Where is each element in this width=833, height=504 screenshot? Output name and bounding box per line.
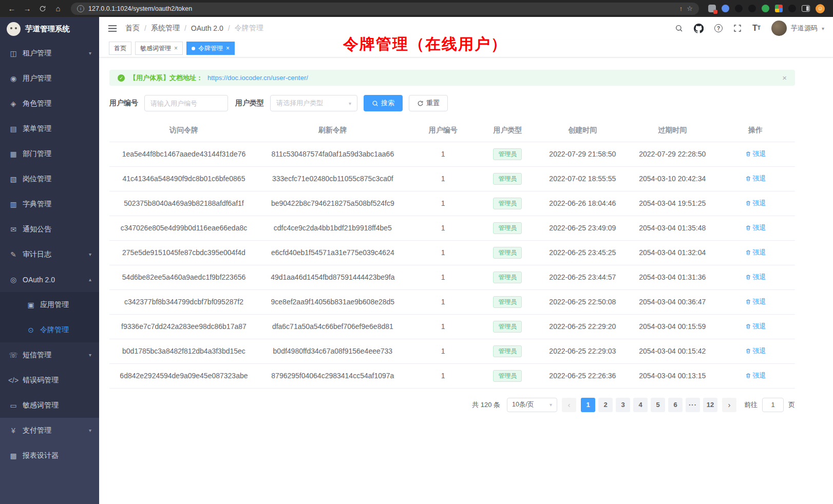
user-type-tag: 管理员 — [493, 272, 522, 283]
tab-sensitive-word[interactable]: 敏感词管理 × — [135, 42, 183, 55]
tab-home[interactable]: 首页 — [109, 42, 131, 55]
alert-close-icon[interactable]: × — [782, 73, 787, 82]
user-type-cell: 管理员 — [479, 142, 537, 166]
sidebar-item-role[interactable]: ◈ 角色管理 — [0, 91, 99, 116]
extension-dark-icon-3[interactable] — [788, 5, 796, 12]
sidebar-item-post[interactable]: ▧ 岗位管理 — [0, 166, 99, 191]
col-user-id: 用户编号 — [407, 120, 479, 142]
address-bar[interactable]: i 127.0.0.1:1024/system/oauth2/token ↑ ☆ — [71, 3, 699, 15]
breadcrumb-oauth2[interactable]: OAuth 2.0 — [191, 24, 223, 32]
browser-profile-avatar[interactable]: ☺ — [816, 4, 825, 13]
sidebar-item-report-designer[interactable]: ▩ 报表设计器 — [0, 443, 99, 468]
github-icon[interactable] — [694, 24, 704, 33]
force-logout-button[interactable]: 强退 — [745, 248, 766, 257]
force-logout-button[interactable]: 强退 — [745, 223, 766, 232]
user-type-cell: 管理员 — [479, 265, 537, 289]
extension-blue-icon[interactable] — [722, 5, 729, 12]
sidebar-item-dict[interactable]: ▥ 字典管理 — [0, 191, 99, 217]
col-user-type: 用户类型 — [479, 120, 537, 142]
extension-dark-icon-1[interactable] — [735, 5, 743, 12]
reset-button-label: 重置 — [426, 99, 440, 108]
sidebar-item-user[interactable]: ◉ 用户管理 — [0, 66, 99, 91]
doc-alert: ✓ 【用户体系】文档地址： https://doc.iocoder.cn/use… — [109, 70, 795, 86]
help-icon[interactable]: ? — [714, 24, 723, 32]
search-icon[interactable] — [675, 24, 683, 32]
reset-button[interactable]: 重置 — [409, 95, 448, 111]
force-logout-button[interactable]: 强退 — [745, 174, 766, 183]
sidebar-item-oauth2-token[interactable]: ⊙ 令牌管理 — [0, 317, 99, 342]
force-logout-button[interactable]: 强退 — [745, 199, 766, 208]
side-panel-icon[interactable] — [802, 5, 810, 12]
breadcrumb-system[interactable]: 系统管理 — [151, 24, 180, 33]
page-size-select[interactable]: 10条/页 ▾ — [507, 398, 557, 412]
user-menu[interactable]: 芋道源码 ▾ — [771, 21, 824, 36]
force-logout-button[interactable]: 强退 — [745, 346, 766, 356]
created-time-cell: 2022-06-25 22:50:08 — [536, 289, 629, 314]
reload-icon[interactable] — [36, 2, 49, 15]
share-icon[interactable]: ↑ — [679, 5, 683, 12]
sidebar-item-oauth2[interactable]: ◎ OAuth 2.0 ▴ — [0, 267, 99, 292]
force-logout-button[interactable]: 强退 — [745, 149, 766, 159]
page-button[interactable]: 6 — [668, 398, 683, 412]
created-time-cell: 2022-06-25 23:49:09 — [536, 216, 629, 240]
sidebar-item-error-code[interactable]: </> 错误码管理 — [0, 367, 99, 393]
back-icon[interactable]: ← — [5, 2, 18, 15]
refresh-token-cell: dfa6c71a50a54c66bef706ef9e6e8d81 — [258, 314, 407, 339]
sidebar-item-tenant[interactable]: ◫ 租户管理 ▾ — [0, 41, 99, 66]
extension-dark-icon-2[interactable] — [748, 5, 756, 12]
page-ellipsis-button[interactable]: ··· — [686, 398, 700, 412]
page-button[interactable]: 3 — [616, 398, 630, 412]
expire-time-cell: 2054-03-04 19:51:25 — [629, 191, 716, 216]
user-id-cell: 1 — [407, 363, 479, 388]
sidebar-item-sms[interactable]: ☏ 短信管理 ▾ — [0, 342, 99, 367]
code-icon: </> — [8, 376, 19, 384]
close-icon[interactable]: × — [174, 45, 178, 52]
page-button[interactable]: 1 — [581, 398, 595, 412]
sidebar-collapse-icon[interactable] — [108, 25, 117, 32]
force-logout-button[interactable]: 强退 — [745, 322, 766, 331]
extension-green-icon[interactable] — [762, 5, 769, 12]
page-button[interactable]: 4 — [633, 398, 648, 412]
doc-link[interactable]: https://doc.iocoder.cn/user-center/ — [207, 74, 308, 82]
search-button[interactable]: 搜索 — [364, 95, 403, 111]
page-button[interactable]: 5 — [651, 398, 665, 412]
user-type-tag: 管理员 — [493, 247, 522, 259]
alert-text: 【用户体系】文档地址： — [129, 73, 203, 83]
sidebar-item-audit-log[interactable]: ✎ 审计日志 ▾ — [0, 242, 99, 267]
breadcrumb-home[interactable]: 首页 — [125, 24, 140, 33]
sidebar-item-menu[interactable]: ▤ 菜单管理 — [0, 116, 99, 141]
user-type-select[interactable]: 请选择用户类型 ▾ — [270, 95, 357, 111]
app-logo[interactable]: 芋道管理系统 — [0, 17, 99, 41]
force-logout-button[interactable]: 强退 — [745, 371, 766, 380]
sidebar-lower-section: ¥ 支付管理 ▾ ▩ 报表设计器 — [0, 418, 99, 504]
user-id-input[interactable] — [144, 95, 228, 111]
sidebar-item-pay[interactable]: ¥ 支付管理 ▾ — [0, 418, 99, 443]
col-access-token: 访问令牌 — [109, 120, 258, 142]
site-info-icon[interactable]: i — [77, 5, 84, 12]
prev-page-button[interactable]: ‹ — [562, 398, 576, 412]
font-size-icon[interactable]: TT — [752, 24, 761, 32]
forward-icon[interactable]: → — [21, 2, 34, 15]
sidebar-item-notice[interactable]: ✉ 通知公告 — [0, 217, 99, 242]
sidebar-item-oauth2-app[interactable]: ▣ 应用管理 — [0, 292, 99, 317]
extensions-puzzle-icon[interactable] — [775, 5, 783, 12]
user-type-placeholder: 请选择用户类型 — [276, 99, 323, 108]
col-created-time: 创建时间 — [536, 120, 629, 142]
expire-time-cell: 2054-03-04 01:32:04 — [629, 240, 716, 265]
sidebar-item-label: 用户管理 — [23, 74, 91, 83]
fullscreen-icon[interactable] — [733, 24, 742, 32]
home-icon[interactable]: ⌂ — [51, 2, 65, 15]
force-logout-button[interactable]: 强退 — [745, 273, 766, 282]
tab-token[interactable]: 令牌管理 × — [186, 42, 235, 55]
token-table-body: 1ea5e44f8bc1467aaede43144f31de76811c5304… — [109, 142, 795, 388]
close-icon[interactable]: × — [226, 45, 230, 52]
goto-page-input[interactable] — [762, 398, 784, 412]
page-button[interactable]: 12 — [703, 398, 717, 412]
bookmark-star-icon[interactable]: ☆ — [687, 5, 693, 12]
next-page-button[interactable]: › — [722, 398, 736, 412]
extension-grid-icon[interactable] — [708, 5, 716, 12]
page-button[interactable]: 2 — [598, 398, 613, 412]
sidebar-item-sensitive-word[interactable]: ▭ 敏感词管理 — [0, 393, 99, 418]
force-logout-button[interactable]: 强退 — [745, 297, 766, 306]
sidebar-item-dept[interactable]: ▦ 部门管理 — [0, 141, 99, 166]
